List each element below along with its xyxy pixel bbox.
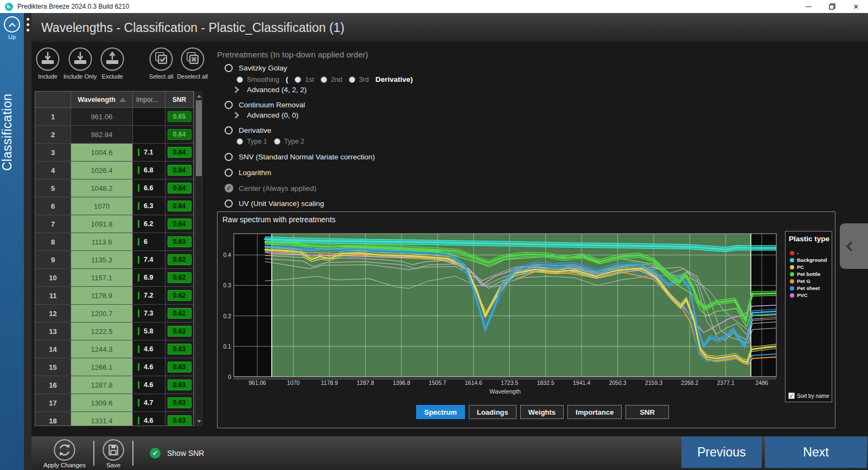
legend-item[interactable]: Pet G (790, 278, 832, 285)
table-row[interactable]: 121200.77.30.62 (35, 305, 194, 323)
green-check-icon[interactable]: ✓ (150, 448, 161, 459)
radio-icon[interactable] (225, 153, 233, 161)
wavelength-cell[interactable]: 982.84 (71, 126, 133, 144)
wavelength-cell[interactable]: 1200.7 (71, 305, 133, 323)
table-row[interactable]: 81113.660.63 (35, 233, 194, 251)
uv-scaling-option[interactable]: UV (Unit Variance) scaling (225, 199, 521, 208)
wavelength-cell[interactable]: 1157.1 (71, 269, 133, 287)
legend-item[interactable]: Background (790, 256, 832, 263)
type1-radio-icon[interactable] (237, 138, 243, 145)
radio-icon[interactable] (225, 64, 233, 72)
wavelength-cell[interactable]: 1244.3 (71, 340, 133, 358)
table-row[interactable]: 31004.67.10.64 (35, 144, 194, 162)
continuum-removal-option[interactable]: Continuum Removal (225, 101, 521, 109)
wavelength-cell[interactable]: 1266.1 (71, 358, 133, 376)
legend-item[interactable]: Pet bottle (790, 271, 832, 278)
first-derivative-radio-icon[interactable] (295, 76, 301, 83)
table-row[interactable]: 610706.30.64 (35, 197, 194, 215)
include-only-button[interactable]: Include Only (62, 47, 98, 80)
wavelength-cell[interactable]: 1309.6 (71, 394, 133, 412)
wavelength-cell[interactable]: 1048.2 (71, 179, 133, 197)
table-row[interactable]: 101157.16.90.62 (35, 269, 194, 287)
up-button[interactable]: Up (0, 15, 24, 49)
exclude-button[interactable]: Exclude (98, 47, 126, 80)
center-option: ✓ Center (Always applied) (225, 184, 521, 192)
table-row[interactable]: 2982.840.64 (35, 126, 194, 144)
checkbox-checked-icon[interactable]: ✓ (788, 392, 795, 399)
svg-text:1941.4: 1941.4 (573, 379, 590, 386)
snv-option[interactable]: SNV (Standard Normal Variate correction) (225, 153, 521, 161)
radio-icon[interactable] (225, 101, 233, 109)
table-row[interactable]: 51048.26.60.64 (35, 179, 194, 197)
wavelength-cell[interactable]: 1091.8 (71, 215, 133, 233)
table-row[interactable]: 171309.64.70.63 (35, 394, 194, 412)
kebab-menu-icon[interactable] (27, 18, 30, 31)
radio-icon[interactable] (225, 126, 233, 134)
tab-spectrum[interactable]: Spectrum (416, 405, 465, 419)
include-button[interactable]: Include (34, 47, 62, 80)
wavelength-cell[interactable]: 1331.4 (71, 412, 133, 426)
radio-icon[interactable] (225, 169, 233, 177)
tab-importance[interactable]: Importance (567, 405, 622, 419)
legend-collapse-handle[interactable] (840, 223, 868, 269)
next-button[interactable]: Next (765, 436, 867, 468)
savitzky-advanced[interactable]: Advanced (4, 2, 2) (231, 86, 521, 94)
smoothing-radio-icon[interactable] (237, 76, 243, 83)
wavelength-cell[interactable]: 1004.6 (71, 144, 133, 162)
savitzky-golay-option[interactable]: Savitzky Golay (225, 64, 521, 72)
minimize-button[interactable] (796, 0, 820, 13)
wavelength-cell[interactable]: 961.06 (71, 108, 133, 126)
wavelength-cell[interactable]: 1070 (71, 197, 133, 215)
legend-item[interactable]: PVC (790, 292, 832, 299)
wavelength-cell[interactable]: 1178.9 (71, 287, 133, 305)
scrollbar-thumb[interactable] (196, 100, 202, 176)
tab-weights[interactable]: Weights (520, 405, 564, 419)
legend-item[interactable]: - (790, 249, 832, 256)
derivative-option[interactable]: Derivative (225, 126, 521, 134)
sort-by-name-checkbox[interactable]: ✓ Sort by name (788, 392, 829, 399)
wavelength-cell[interactable]: 1135.3 (71, 251, 133, 269)
deselect-all-button[interactable]: Deselect all (175, 47, 209, 80)
legend-item[interactable]: Pet sheet (790, 285, 832, 292)
wavelength-column-header[interactable]: Wavelength (71, 92, 133, 108)
close-button[interactable]: ✕ (844, 0, 868, 13)
table-row[interactable]: 141244.34.60.63 (35, 340, 194, 358)
wavelength-cell[interactable]: 1287.8 (71, 376, 133, 394)
logarithm-option[interactable]: Logarithm (225, 169, 521, 177)
table-row[interactable]: 91135.37.40.62 (35, 251, 194, 269)
table-scrollbar[interactable] (195, 92, 202, 426)
table-row[interactable]: 71091.86.20.64 (35, 215, 194, 233)
table-row[interactable]: 161287.84.60.63 (35, 376, 194, 394)
table-row[interactable]: 131222.55.80.63 (35, 323, 194, 340)
continuum-advanced[interactable]: Advanced (0, 0) (231, 111, 521, 119)
table-row[interactable]: 111178.97.20.62 (35, 287, 194, 305)
third-derivative-radio-icon[interactable] (349, 76, 355, 83)
importance-column-header[interactable]: Impor... (133, 92, 165, 108)
table-row[interactable]: 1961.060.65 (35, 108, 194, 126)
legend-item[interactable]: PC (790, 263, 832, 271)
wavelength-cell[interactable]: 1026.4 (71, 162, 133, 179)
show-snr-checkbox[interactable]: ✓ Show SNR (150, 448, 204, 459)
select-all-button[interactable]: Select all (147, 47, 175, 80)
save-button[interactable]: Save (102, 439, 125, 468)
tab-loadings[interactable]: Loadings (469, 405, 516, 419)
bottom-bar: Apply Changes Save ✓ Show SNR Previous N… (31, 436, 868, 470)
tab-snr[interactable]: SNR (626, 405, 669, 419)
snr-badge: 0.64 (168, 218, 192, 229)
scroll-up-icon[interactable] (196, 92, 202, 100)
row-number-header (35, 92, 71, 108)
spectrum-plot[interactable]: 961.0610701178.91287.81396.81505.71614.6… (218, 229, 780, 395)
wavelength-cell[interactable]: 1113.6 (71, 233, 133, 251)
table-row[interactable]: 181331.44.60.63 (35, 412, 194, 426)
restore-button[interactable] (820, 0, 844, 13)
snr-column-header[interactable]: SNR (165, 92, 194, 108)
wavelength-cell[interactable]: 1222.5 (71, 323, 133, 340)
table-row[interactable]: 41026.46.80.64 (35, 162, 194, 179)
type2-radio-icon[interactable] (274, 138, 280, 145)
table-row[interactable]: 151266.14.60.63 (35, 358, 194, 376)
radio-icon[interactable] (225, 199, 233, 208)
second-derivative-radio-icon[interactable] (321, 76, 327, 83)
previous-button[interactable]: Previous (681, 436, 762, 468)
scroll-down-icon[interactable] (196, 417, 202, 425)
apply-changes-button[interactable]: Apply Changes (43, 439, 86, 468)
